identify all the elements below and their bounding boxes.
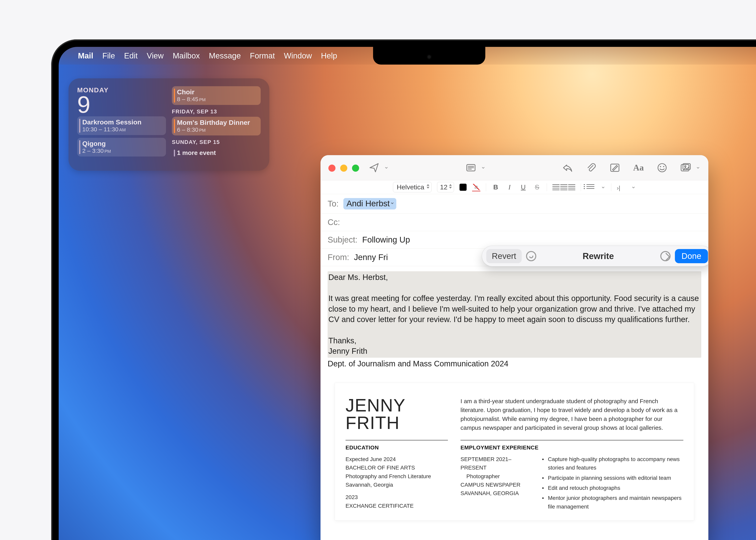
send-menu-chevron[interactable] [383, 164, 389, 171]
to-label: To: [327, 199, 339, 208]
svg-point-2 [658, 164, 666, 172]
text-color-swatch[interactable] [459, 184, 466, 191]
svg-point-7 [685, 166, 686, 167]
cc-field[interactable] [345, 218, 701, 226]
event-title: Darkroom Session [82, 118, 163, 126]
calendar-section: FRIDAY, SEP 13 [172, 108, 261, 115]
emoji-icon[interactable] [656, 161, 668, 174]
body-thanks: Thanks, [328, 336, 700, 346]
subject-field[interactable]: Following Up [362, 235, 410, 244]
display-notch [373, 47, 485, 65]
event-time: 10:30 – 11:30 [82, 126, 118, 133]
event-time: 8 – 8:45 [177, 96, 198, 102]
to-recipient-chip[interactable]: Andi Herbst [343, 198, 396, 209]
indent-button[interactable] [617, 184, 625, 191]
strike-button[interactable]: S [533, 183, 541, 191]
svg-point-4 [663, 166, 664, 167]
message-body[interactable]: Dear Ms. Herbst, It was great meeting fo… [320, 266, 708, 526]
list-button[interactable] [586, 184, 594, 190]
calendar-day-number: 9 [77, 93, 166, 116]
calendar-section: SUNDAY, SEP 15 [172, 139, 261, 145]
previous-suggestion-icon[interactable] [526, 251, 536, 261]
resume-first-name: JENNY [345, 397, 448, 414]
bold-button[interactable]: B [492, 183, 500, 191]
menu-view[interactable]: View [147, 52, 164, 60]
menu-file[interactable]: File [102, 52, 115, 60]
body-paragraph: It was great meeting for coffee yesterda… [328, 293, 700, 325]
event-time: 6 – 8:30 [177, 126, 198, 133]
underline-button[interactable]: U [519, 183, 527, 191]
menu-mailbox[interactable]: Mailbox [173, 52, 200, 60]
window-titlebar[interactable]: Aa [320, 155, 708, 180]
menu-message[interactable]: Message [209, 52, 241, 60]
photo-browser-icon[interactable] [680, 161, 692, 174]
resume-bullet: Mentor junior photographers and maintain… [542, 494, 683, 511]
body-greeting: Dear Ms. Herbst, [328, 272, 700, 283]
format-toolbar: Helvetica 12 a B I U S [320, 180, 708, 194]
laptop-frame: Mail File Edit View Mailbox Message Form… [51, 39, 756, 540]
writing-tools-bar: Revert Rewrite Done [482, 246, 708, 266]
resume-education-header: EDUCATION [345, 440, 448, 452]
resume-employment-header: EMPLOYMENT EXPERIENCE [460, 440, 683, 452]
mail-compose-window: Aa Helvetica 12 a B I U [320, 155, 708, 540]
calendar-more[interactable]: 1 more event [172, 147, 261, 159]
photo-menu-chevron[interactable] [695, 164, 700, 171]
list-menu-chevron[interactable] [600, 183, 606, 191]
calendar-event[interactable]: Qigong 2 – 3:30PM [77, 138, 166, 157]
writing-tools-title: Rewrite [541, 251, 656, 261]
app-name-menu[interactable]: Mail [78, 52, 93, 60]
done-button[interactable]: Done [675, 249, 708, 263]
from-field[interactable]: Jenny Fri [354, 253, 388, 262]
calendar-widget[interactable]: MONDAY 9 Darkroom Session 10:30 – 11:30A… [68, 78, 269, 171]
header-fields-icon[interactable] [465, 161, 477, 174]
window-zoom-button[interactable] [352, 165, 359, 172]
resume-last-name: FRITH [345, 414, 448, 432]
resume-bullet: Capture high-quality photographs to acco… [542, 455, 683, 472]
menu-window[interactable]: Window [284, 52, 312, 60]
header-fields: To: Andi Herbst Cc: Subject: Following U… [320, 194, 708, 266]
resume-summary: I am a third-year student undergraduate … [460, 397, 683, 432]
next-suggestion-icon[interactable] [660, 251, 671, 261]
align-buttons[interactable] [553, 184, 575, 190]
format-icon[interactable]: Aa [632, 161, 645, 174]
body-signature-name: Jenny Frith [328, 346, 700, 356]
calendar-event[interactable]: Mom's Birthday Dinner 6 – 8:30PM [172, 117, 261, 135]
desktop: Mail File Edit View Mailbox Message Form… [59, 47, 756, 540]
from-label: From: [327, 253, 349, 262]
window-minimize-button[interactable] [340, 165, 347, 172]
event-title: Mom's Birthday Dinner [177, 119, 257, 126]
event-title: Qigong [82, 140, 163, 147]
subject-label: Subject: [327, 235, 357, 244]
indent-menu-chevron[interactable] [630, 183, 636, 191]
send-icon[interactable] [368, 161, 380, 174]
font-size-select[interactable]: 12 [437, 182, 454, 192]
attachment-icon[interactable] [585, 161, 597, 174]
camera-dot [427, 54, 432, 60]
reply-icon[interactable] [561, 161, 574, 174]
event-title: Choir [177, 88, 257, 96]
header-menu-chevron[interactable] [480, 164, 486, 171]
calendar-event[interactable]: Darkroom Session 10:30 – 11:30AM [77, 116, 166, 135]
event-more: 1 more event [177, 149, 257, 157]
menu-help[interactable]: Help [321, 52, 337, 60]
menu-edit[interactable]: Edit [124, 52, 138, 60]
italic-button[interactable]: I [505, 184, 514, 191]
resume-bullet: Participate in planning sessions with ed… [542, 473, 683, 482]
cc-label: Cc: [327, 217, 340, 227]
font-family-select[interactable]: Helvetica [393, 182, 432, 192]
event-time: 2 – 3:30 [82, 147, 103, 154]
calendar-event[interactable]: Choir 8 – 8:45PM [172, 86, 261, 105]
window-close-button[interactable] [328, 165, 335, 172]
clear-style-icon[interactable]: a [472, 183, 480, 191]
svg-point-3 [660, 166, 661, 167]
menu-format[interactable]: Format [250, 52, 275, 60]
revert-button[interactable]: Revert [486, 249, 522, 263]
attachment-preview[interactable]: JENNY FRITH I am a third-year student un… [335, 383, 694, 520]
markup-icon[interactable] [608, 161, 621, 174]
body-signature-dept: Dept. of Journalism and Mass Communicati… [327, 358, 701, 369]
resume-bullet: Edit and retouch photographs [542, 484, 683, 492]
